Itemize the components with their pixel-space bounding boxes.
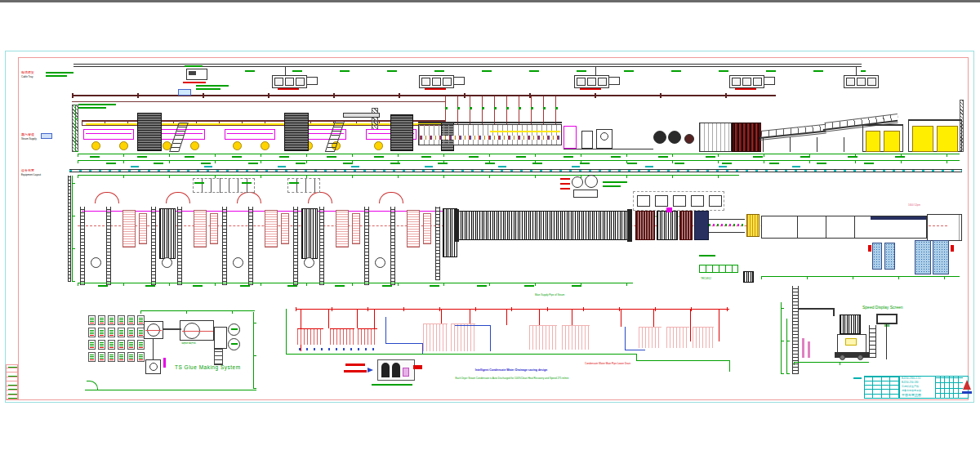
- machine-wheel: [840, 355, 845, 360]
- speed-beam: [799, 308, 835, 310]
- speed-beam-drop: [833, 308, 835, 316]
- speed-wall-column: [792, 286, 799, 374]
- speed-dimension-v: [786, 319, 790, 374]
- title-block-middle: BJ250-2300-2-10 BJ250-250-180 瓦楞纸板生产线 设备…: [899, 377, 935, 398]
- machine-cross-section-rolls: [840, 314, 861, 334]
- speed-dimension-v: [781, 302, 784, 374]
- title-block-name2: 设备总平面布置图: [902, 390, 936, 392]
- operator-figure: [802, 338, 804, 358]
- machine-wheel: [858, 355, 863, 360]
- operator-figure: [808, 341, 810, 358]
- speed-screen-section: Speed Display Screen 888: [0, 0, 980, 455]
- title-block-big: 平面布置总图: [902, 394, 936, 397]
- company-logo: [963, 380, 971, 390]
- display-screen: 888: [876, 314, 898, 324]
- title-block-drawing-no: BJ250-2300-2-10: [902, 377, 936, 380]
- speed-screen-title: Speed Display Screen: [862, 306, 928, 310]
- display-pole: [886, 324, 887, 359]
- title-block-right-grid: [935, 377, 963, 398]
- speed-bottom-dimension: [794, 362, 869, 365]
- machine-cross-yellow: [845, 338, 857, 346]
- speed-cabinet: [827, 345, 835, 350]
- title-block-note: [853, 377, 862, 379]
- title-block-product: BJ250-250-180: [902, 381, 936, 384]
- title-block: BJ250-2300-2-10 BJ250-250-180 瓦楞纸板生产线 设备…: [864, 376, 969, 399]
- title-block-rev-grid: [865, 377, 899, 398]
- cad-sheet-viewport: 电缆桥架 Cable Tray 蒸汽管道 Steam Supply 设备布置 E…: [0, 0, 980, 455]
- speed-access-ladder: [869, 325, 876, 358]
- title-block-name1: 瓦楞纸板生产线: [902, 386, 936, 388]
- display-screen-value: 888: [884, 323, 890, 328]
- company-logo-text: [962, 391, 972, 394]
